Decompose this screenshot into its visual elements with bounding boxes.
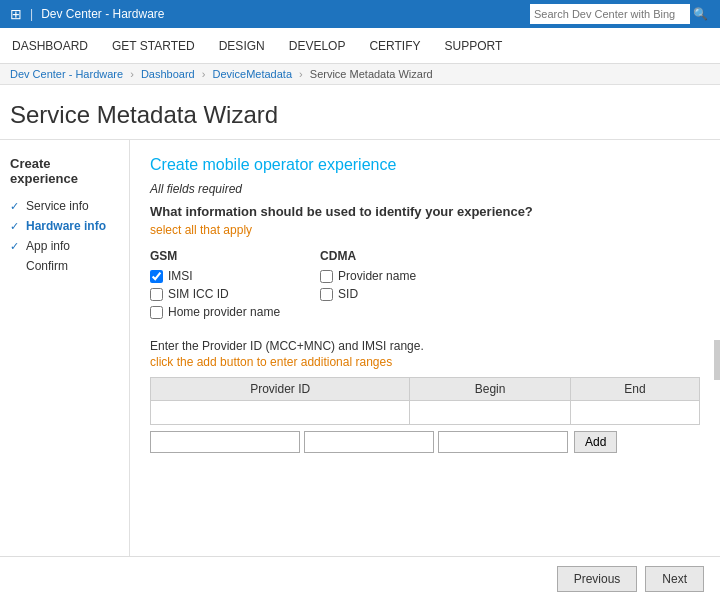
col-end: End xyxy=(570,378,699,401)
col-begin: Begin xyxy=(410,378,571,401)
search-box: 🔍 xyxy=(530,4,710,24)
label-imsi: IMSI xyxy=(168,269,193,283)
main-layout: Create experience ✓ Service info ✓ Hardw… xyxy=(0,140,720,570)
breadcrumb-item-3[interactable]: DeviceMetadata xyxy=(213,68,293,80)
input-row: Add xyxy=(150,431,700,453)
add-button[interactable]: Add xyxy=(574,431,617,453)
breadcrumb-item-1[interactable]: Dev Center - Hardware xyxy=(10,68,123,80)
checkbox-sim-icc[interactable] xyxy=(150,288,163,301)
windows-logo-icon: ⊞ xyxy=(10,6,22,22)
gsm-group: GSM IMSI SIM ICC ID Home provider name xyxy=(150,249,280,323)
top-bar: ⊞ | Dev Center - Hardware 🔍 xyxy=(0,0,720,28)
provider-desc: Enter the Provider ID (MCC+MNC) and IMSI… xyxy=(150,339,700,353)
check-item-home-provider: Home provider name xyxy=(150,305,280,319)
top-bar-title: Dev Center - Hardware xyxy=(41,7,164,21)
sidebar-label-confirm: Confirm xyxy=(26,259,68,273)
table-empty-row xyxy=(151,401,700,425)
checkbox-provider-name[interactable] xyxy=(320,270,333,283)
previous-button[interactable]: Previous xyxy=(557,566,638,592)
nav-certify[interactable]: CERTIFY xyxy=(367,31,422,61)
top-bar-left: ⊞ | Dev Center - Hardware xyxy=(10,6,165,22)
nav-dashboard[interactable]: DASHBOARD xyxy=(10,31,90,61)
end-input[interactable] xyxy=(438,431,568,453)
check-item-sid: SID xyxy=(320,287,416,301)
breadcrumb-item-2[interactable]: Dashboard xyxy=(141,68,195,80)
check-icon-service-info: ✓ xyxy=(10,200,22,213)
page-title: Service Metadata Wizard xyxy=(10,101,710,129)
search-button[interactable]: 🔍 xyxy=(690,4,710,24)
cell-end xyxy=(570,401,699,425)
provider-id-input[interactable] xyxy=(150,431,300,453)
question-text: What information should be used to ident… xyxy=(150,204,700,219)
add-ranges-link[interactable]: click the add button to enter additional… xyxy=(150,355,700,369)
page-title-area: Service Metadata Wizard xyxy=(0,85,720,140)
nav-develop[interactable]: DEVELOP xyxy=(287,31,348,61)
footer: Previous Next xyxy=(0,556,720,600)
begin-input[interactable] xyxy=(304,431,434,453)
checkbox-sid[interactable] xyxy=(320,288,333,301)
nav-support[interactable]: SUPPORT xyxy=(443,31,505,61)
sidebar-label-service-info: Service info xyxy=(26,199,89,213)
content-title: Create mobile operator experience xyxy=(150,156,700,174)
cell-begin xyxy=(410,401,571,425)
check-icon-app-info: ✓ xyxy=(10,240,22,253)
col-provider-id: Provider ID xyxy=(151,378,410,401)
sidebar-title: Create experience xyxy=(10,156,119,186)
checkbox-home-provider[interactable] xyxy=(150,306,163,319)
sidebar-item-hardware-info[interactable]: ✓ Hardware info xyxy=(10,216,119,236)
sidebar: Create experience ✓ Service info ✓ Hardw… xyxy=(0,140,130,570)
label-provider-name: Provider name xyxy=(338,269,416,283)
select-all-link[interactable]: select all that apply xyxy=(150,223,700,237)
provider-section: Enter the Provider ID (MCC+MNC) and IMSI… xyxy=(150,339,700,453)
provider-table: Provider ID Begin End xyxy=(150,377,700,425)
check-icon-hardware-info: ✓ xyxy=(10,220,22,233)
resize-handle[interactable] xyxy=(714,340,720,380)
checkbox-imsi[interactable] xyxy=(150,270,163,283)
nav-get-started[interactable]: GET STARTED xyxy=(110,31,197,61)
check-icon-confirm: ✓ xyxy=(10,260,22,273)
next-button[interactable]: Next xyxy=(645,566,704,592)
cell-provider-id xyxy=(151,401,410,425)
all-fields-required: All fields required xyxy=(150,182,700,196)
gsm-group-title: GSM xyxy=(150,249,280,263)
content-area: Create mobile operator experience All fi… xyxy=(130,140,720,570)
label-sim-icc: SIM ICC ID xyxy=(168,287,229,301)
check-item-provider-name: Provider name xyxy=(320,269,416,283)
cdma-group: CDMA Provider name SID xyxy=(320,249,416,323)
check-item-imsi: IMSI xyxy=(150,269,280,283)
breadcrumb-item-4: Service Metadata Wizard xyxy=(310,68,433,80)
label-home-provider: Home provider name xyxy=(168,305,280,319)
sidebar-item-app-info[interactable]: ✓ App info xyxy=(10,236,119,256)
sidebar-label-hardware-info: Hardware info xyxy=(26,219,106,233)
nav-bar: DASHBOARD GET STARTED DESIGN DEVELOP CER… xyxy=(0,28,720,64)
cdma-group-title: CDMA xyxy=(320,249,416,263)
checkboxes-section: GSM IMSI SIM ICC ID Home provider name C… xyxy=(150,249,700,323)
sidebar-label-app-info: App info xyxy=(26,239,70,253)
sidebar-item-confirm[interactable]: ✓ Confirm xyxy=(10,256,119,276)
check-item-sim-icc: SIM ICC ID xyxy=(150,287,280,301)
breadcrumb: Dev Center - Hardware › Dashboard › Devi… xyxy=(0,64,720,85)
nav-design[interactable]: DESIGN xyxy=(217,31,267,61)
search-input[interactable] xyxy=(530,4,690,24)
label-sid: SID xyxy=(338,287,358,301)
sidebar-item-service-info[interactable]: ✓ Service info xyxy=(10,196,119,216)
